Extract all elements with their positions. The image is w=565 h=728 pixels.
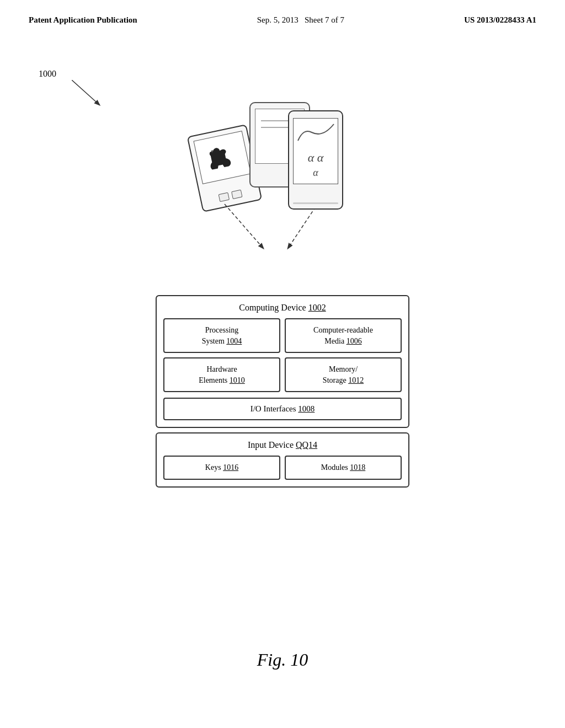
arrow-1000-svg xyxy=(72,80,116,113)
modules-box: Modules 1018 xyxy=(285,456,402,480)
processing-system-box: Processing System 1004 xyxy=(163,318,280,353)
main-content: 1000 xyxy=(0,25,565,720)
phone-alpha-text: α αα xyxy=(294,151,338,179)
publication-label: Patent Application Publication xyxy=(29,15,137,25)
smartphone-device: α αα xyxy=(288,110,343,210)
computing-device-box: Computing Device 1002 Processing System … xyxy=(156,295,409,428)
computing-section: Computing Device 1002 Processing System … xyxy=(156,295,409,488)
page-header: Patent Application Publication Sep. 5, 2… xyxy=(0,0,565,25)
hardware-elements-box: Hardware Elements 1010 xyxy=(163,357,280,392)
input-device-title: Input Device QQ14 xyxy=(163,440,402,450)
computer-readable-box: Computer-readable Media 1006 xyxy=(285,318,402,353)
figure-caption: Fig. 10 xyxy=(257,650,308,670)
phone-curve-icon xyxy=(295,121,338,146)
ref-1000-label: 1000 xyxy=(39,69,56,79)
computing-device-title: Computing Device 1002 xyxy=(163,303,402,313)
svg-line-3 xyxy=(288,207,316,248)
computing-inner-grid: Processing System 1004 Computer-readable… xyxy=(163,318,402,392)
phone-screen: α αα xyxy=(293,118,338,184)
svg-line-0 xyxy=(72,80,99,105)
sheet-info: Sheet 7 of 7 xyxy=(305,15,344,24)
io-interfaces-box: I/O Interfaces 1008 xyxy=(163,398,402,420)
header-center: Sep. 5, 2013 Sheet 7 of 7 xyxy=(257,15,344,25)
svg-line-2 xyxy=(225,204,263,248)
input-device-grid: Keys 1016 Modules 1018 xyxy=(163,456,402,480)
input-device-box: Input Device QQ14 Keys 1016 Modules 1018 xyxy=(156,432,409,488)
memory-storage-box: Memory/ Storage 1012 xyxy=(285,357,402,392)
device-illustration: α αα xyxy=(183,97,382,262)
phone-bottom-bar xyxy=(293,202,338,204)
keys-box: Keys 1016 xyxy=(163,456,280,480)
patent-number: US 2013/0228433 A1 xyxy=(464,15,536,25)
publication-date: Sep. 5, 2013 xyxy=(257,15,299,24)
